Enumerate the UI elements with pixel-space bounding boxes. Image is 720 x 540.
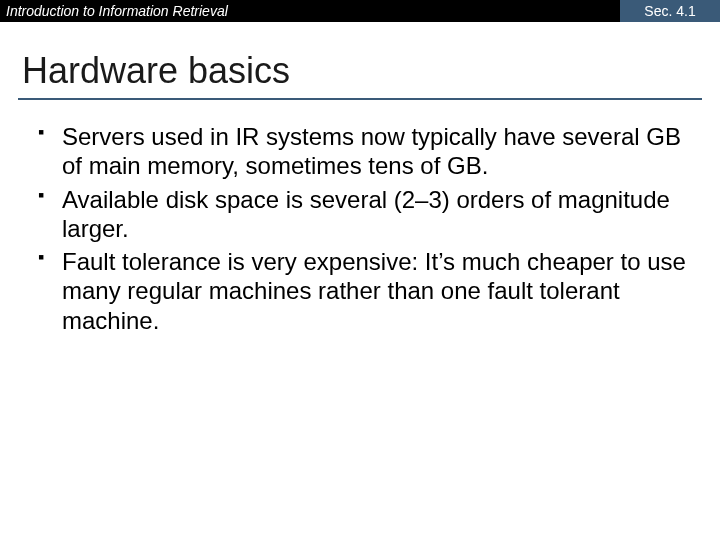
- slide-title: Hardware basics: [22, 50, 720, 92]
- top-bar: Introduction to Information Retrieval Se…: [0, 0, 720, 22]
- section-label: Sec. 4.1: [620, 0, 720, 22]
- course-title: Introduction to Information Retrieval: [0, 0, 620, 22]
- bullet-item: Available disk space is several (2–3) or…: [34, 185, 686, 244]
- slide-body: Servers used in IR systems now typically…: [0, 122, 720, 335]
- bullet-item: Fault tolerance is very expensive: It’s …: [34, 247, 686, 335]
- bullet-list: Servers used in IR systems now typically…: [34, 122, 686, 335]
- slide: Introduction to Information Retrieval Se…: [0, 0, 720, 540]
- bullet-item: Servers used in IR systems now typically…: [34, 122, 686, 181]
- title-underline: [18, 98, 702, 100]
